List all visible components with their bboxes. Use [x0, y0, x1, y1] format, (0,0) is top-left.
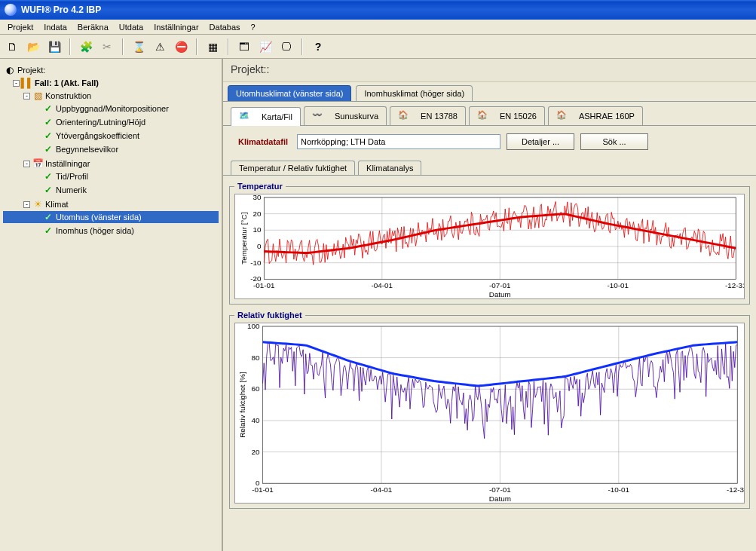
toolbar-sep — [69, 38, 71, 55]
search-button[interactable]: Sök ... — [580, 133, 648, 150]
climate-file-label: Klimatdatafil — [238, 137, 288, 146]
tab-label: EN 13788 — [421, 112, 458, 121]
tab-outdoor-climate[interactable]: Utomhusklimat (vänster sida) — [228, 85, 351, 101]
svg-text:20: 20 — [253, 210, 261, 218]
window-titlebar: WUFI® Pro 4.2 IBP — [0, 0, 756, 20]
check-icon: ✓ — [43, 212, 54, 222]
breadcrumb-text: Projekt:: — [231, 63, 269, 75]
open-icon[interactable]: 📂 — [24, 38, 42, 56]
stop-icon[interactable]: ⛔ — [172, 38, 190, 56]
tab-klimatanalys[interactable]: Klimatanalys — [358, 161, 421, 175]
sun-icon: ☀ — [32, 199, 43, 210]
svg-text:-10: -10 — [250, 259, 262, 267]
menu-berakna[interactable]: Beräkna — [73, 21, 113, 33]
tab-label: ASHRAE 160P — [579, 112, 635, 121]
grid-icon[interactable]: ▦ — [204, 38, 222, 56]
present-icon[interactable]: 🖵 — [277, 38, 295, 56]
menu-indata[interactable]: Indata — [39, 21, 72, 33]
tree-item-label: Tid/Profil — [56, 172, 88, 181]
svg-text:20: 20 — [252, 448, 261, 456]
svg-text:0: 0 — [257, 242, 262, 250]
tree-item[interactable]: ✓Tid/Profil — [3, 170, 219, 182]
tree-case[interactable]: - ▌▌ Fall: 1 (Akt. Fall) — [3, 77, 219, 89]
svg-text:10: 10 — [253, 225, 261, 234]
building-icon: ▧ — [32, 90, 43, 101]
tree-item-label: Uppbyggnad/Monitorpositioner — [56, 104, 169, 113]
chart-title: Temperatur — [234, 182, 286, 191]
tree-item[interactable]: ✓Begynnelsevilkor — [3, 143, 219, 155]
tab-indoor-climate[interactable]: Inomhusklimat (höger sida) — [356, 85, 473, 101]
tree-item-label: Utomhus (vänster sida) — [56, 213, 142, 222]
tab-ashrae160p[interactable]: 🏠ASHRAE 160P — [548, 106, 643, 125]
tab-temp-rh[interactable]: Temperatur / Relativ fuktighet — [231, 161, 355, 175]
tab-en15026[interactable]: 🏠EN 15026 — [469, 106, 545, 125]
toolbar-sep — [301, 38, 303, 55]
svg-text:-04-01: -04-01 — [371, 485, 393, 494]
tab-label: Sunuskurva — [335, 112, 378, 121]
tree-item-selected[interactable]: ✓Utomhus (vänster sida) — [3, 211, 219, 223]
analysis-tabs: Temperatur / Relativ fuktighet Klimatana… — [223, 158, 756, 175]
tree-case-label: Fall: 1 (Akt. Fall) — [35, 78, 99, 87]
tab-label: Klimatanalys — [366, 164, 413, 173]
details-button[interactable]: Detaljer ... — [507, 133, 574, 150]
tree-item[interactable]: ✓Ytövergångskoefficient — [3, 130, 219, 142]
tree-item-label: Orientering/Lutning/Höjd — [56, 118, 145, 127]
svg-text:Datum: Datum — [489, 290, 511, 298]
climate-source-tabs: 🗺️Karta/Fil 〰️Sunuskurva 🏠EN 13788 🏠EN 1… — [223, 102, 756, 126]
tab-en13788[interactable]: 🏠EN 13788 — [390, 106, 466, 125]
save-icon[interactable]: 💾 — [45, 38, 63, 56]
window-title: WUFI® Pro 4.2 IBP — [21, 5, 101, 15]
sine-icon: 〰️ — [312, 110, 330, 122]
table-icon[interactable]: 🗔 — [235, 38, 253, 56]
tree-item[interactable]: ✓Inomhus (höger sida) — [3, 225, 219, 237]
warn-icon[interactable]: ⚠ — [151, 38, 169, 56]
tab-label: Utomhusklimat (vänster sida) — [236, 89, 343, 98]
toolbar: 🗋 📂 💾 🧩 ✂ ⌛ ⚠ ⛔ ▦ 🗔 📈 🖵 ? — [0, 35, 756, 59]
menu-projekt[interactable]: Projekt — [3, 21, 38, 33]
menu-help[interactable]: ? — [246, 21, 260, 33]
svg-text:-10-01: -10-01 — [608, 281, 629, 289]
main-panel: Projekt:: Utomhusklimat (vänster sida) I… — [223, 59, 756, 551]
charts-panel: Temperatur -20-100102030-01-01-04-01-07-… — [223, 175, 756, 551]
cut-icon[interactable]: ✂ — [98, 38, 116, 56]
expander-icon[interactable]: - — [23, 93, 30, 99]
toolbar-sep — [228, 38, 229, 55]
tree-item[interactable]: ✓Uppbyggnad/Monitorpositioner — [3, 103, 219, 115]
tree-root[interactable]: ◐ Projekt: — [3, 64, 219, 76]
tree-group-klimat[interactable]: - ☀ Klimat — [3, 198, 219, 210]
menu-installningar[interactable]: Inställningar — [149, 21, 203, 33]
expander-icon[interactable]: - — [13, 80, 20, 87]
tab-karta-fil[interactable]: 🗺️Karta/Fil — [231, 107, 301, 126]
check-icon: ✓ — [43, 117, 54, 127]
project-tree[interactable]: ◐ Projekt: - ▌▌ Fall: 1 (Akt. Fall) - ▧ — [0, 59, 223, 551]
tree-item-label: Begynnelsevilkor — [56, 145, 118, 154]
toolbar-sep — [122, 38, 124, 55]
app-icon — [5, 4, 17, 16]
tree-item[interactable]: ✓Numerik — [3, 184, 219, 196]
tree-item-label: Inomhus (höger sida) — [56, 226, 134, 235]
climate-file-input[interactable] — [297, 134, 500, 149]
button-label: Sök ... — [602, 137, 626, 146]
new-icon[interactable]: 🗋 — [3, 38, 21, 56]
humidity-chart: 020406080100-01-01-04-01-07-01-10-01-12-… — [234, 323, 745, 504]
menu-utdata[interactable]: Utdata — [115, 21, 148, 33]
tree-group-installningar[interactable]: - 📅 Inställningar — [3, 158, 219, 170]
tree-group-konstruktion[interactable]: - ▧ Konstruktion — [3, 90, 219, 102]
settings-icon: 📅 — [32, 158, 43, 169]
check-icon: ✓ — [43, 144, 54, 155]
tree-item[interactable]: ✓Orientering/Lutning/Höjd — [3, 116, 219, 128]
svg-text:80: 80 — [252, 354, 261, 362]
expander-icon[interactable]: - — [23, 201, 30, 208]
menu-databas[interactable]: Databas — [205, 21, 245, 33]
help-icon[interactable]: ? — [309, 38, 327, 56]
chart-title: Relativ fuktighet — [234, 311, 305, 320]
tree-icon[interactable]: 🧩 — [77, 38, 95, 56]
svg-text:Temperatur [°C]: Temperatur [°C] — [240, 212, 248, 264]
globe-icon: ◐ — [5, 65, 15, 75]
check-icon: ✓ — [43, 103, 54, 114]
house-icon: 🏠 — [477, 110, 495, 122]
tab-sinuskurva[interactable]: 〰️Sunuskurva — [304, 106, 387, 125]
expander-icon[interactable]: - — [23, 161, 30, 167]
chart-icon[interactable]: 📈 — [256, 38, 274, 56]
hourglass-icon[interactable]: ⌛ — [130, 38, 148, 56]
